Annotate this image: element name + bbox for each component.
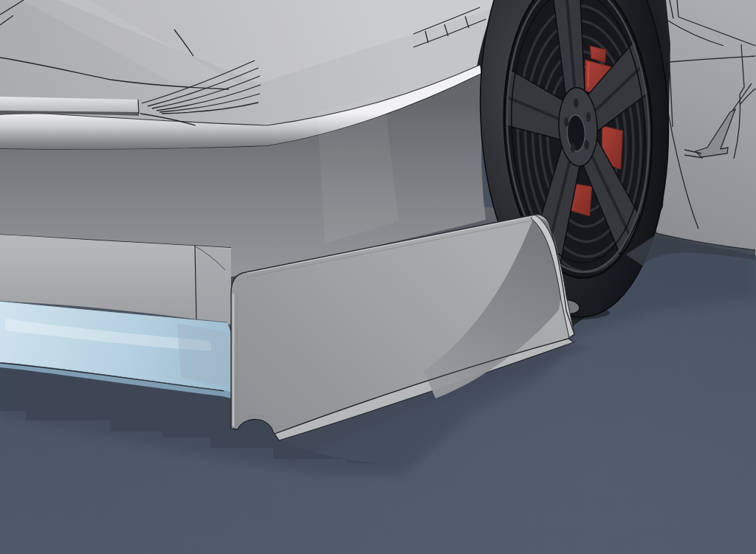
recess-wrap-shade: [196, 246, 231, 323]
front-canard[interactable]: [0, 97, 139, 116]
splitter-right-fade: [177, 323, 231, 387]
bumper-sheen: [317, 94, 399, 243]
cad-viewport[interactable]: [0, 0, 756, 554]
model-canvas[interactable]: [0, 0, 756, 554]
